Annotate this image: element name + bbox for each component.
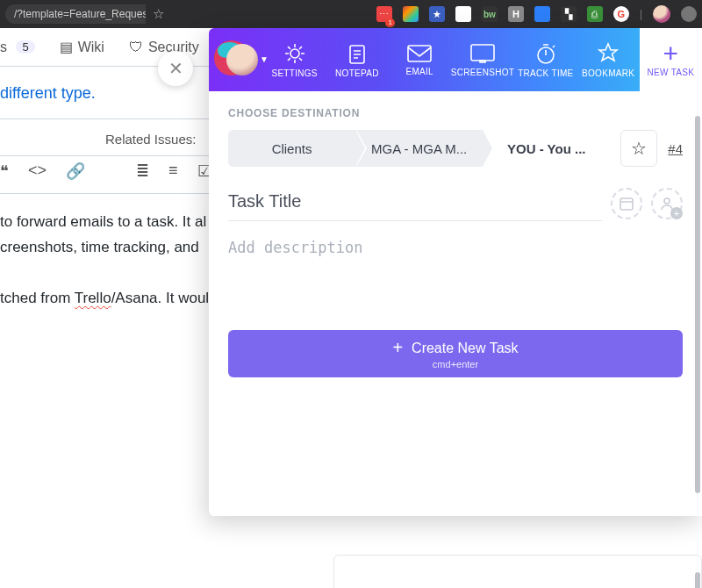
ext-icon-10[interactable]: G [613,6,629,22]
tab-screenshot[interactable]: SCREENSHOT [451,28,514,91]
plus-icon: + [392,338,403,358]
tab-tracktime[interactable]: TRACK TIME [514,28,577,91]
create-task-button[interactable]: +Create New Task cmd+enter [228,330,683,377]
ext-icon-1[interactable]: ⋯1 [376,6,392,22]
ext-icon-6[interactable]: H [508,6,524,22]
link-icon[interactable]: 🔗 [66,161,85,181]
choose-destination-label: CHOOSE DESTINATION [228,107,683,119]
tab-bookmark[interactable]: BOOKMARK [577,28,640,91]
ext-icon-4[interactable]: ✿ [455,6,471,22]
create-label: Create New Task [412,341,519,356]
code-icon[interactable]: <> [28,161,47,181]
destination-breadcrumb[interactable]: Clients MGA - MGA M... YOU - You ... [228,130,610,167]
crumb-list[interactable]: YOU - You ... [483,130,610,167]
email-icon [406,44,433,63]
star-icon [597,42,620,65]
task-number[interactable]: #4 [668,141,683,156]
ol-icon[interactable]: ≡ [168,161,178,181]
crumb-space[interactable]: Clients [228,130,355,167]
url-bar[interactable]: /?template=Feature_Request.md [5,4,146,24]
tab-settings[interactable]: SETTINGS [263,28,326,91]
bookmark-star-icon[interactable]: ☆ [153,6,164,22]
svg-point-0 [290,49,299,58]
due-date-button[interactable] [611,188,642,219]
ul-icon[interactable]: ≣ [136,161,149,181]
tab-newtask[interactable]: + NEW TASK [640,28,702,91]
svg-point-14 [664,198,670,204]
assignee-button[interactable] [651,188,683,219]
svg-line-11 [553,46,555,47]
page-scrollbar[interactable] [695,572,700,588]
person-icon [660,197,674,211]
star-outline-icon: ☆ [631,138,647,159]
calendar-icon [619,196,634,212]
screenshot-icon [469,43,496,64]
trello-word: Trello [75,290,111,306]
ext-icon-8[interactable]: ▚ [561,6,577,22]
svg-rect-5 [408,46,431,61]
ext-badge: 1 [385,18,394,27]
browser-toolbar: /?template=Feature_Request.md ☆ ⋯1 ★ ✿ b… [0,0,702,28]
ext-icon-5[interactable]: bw [482,6,498,22]
ext-icon-9[interactable]: ⎙ [587,6,603,22]
tab-wiki[interactable]: ▤Wiki [60,39,104,55]
ext-icon-2[interactable] [403,6,419,22]
issues-count: 5 [16,40,34,54]
close-icon: ✕ [168,58,183,79]
crumb-folder[interactable]: MGA - MGA M... [355,130,483,167]
chevron-down-icon: ▼ [260,54,269,64]
stopwatch-icon [534,42,557,65]
guest-avatar-icon[interactable] [681,6,697,22]
close-button[interactable]: ✕ [158,51,193,86]
create-shortcut: cmd+enter [433,359,478,369]
svg-rect-6 [471,45,494,61]
svg-rect-7 [480,61,485,62]
clickup-panel: ▼ SETTINGS NOTEPAD EMAIL SCREENSHOT TRAC… [209,28,702,516]
favorite-toggle[interactable]: ☆ [620,130,657,167]
tab-security[interactable]: 🛡Security [129,39,199,55]
task-title-input[interactable] [228,186,602,221]
gear-icon [283,42,306,65]
ext-icon-7[interactable] [534,6,550,22]
quote-icon[interactable]: ❝ [0,161,9,181]
extension-icons: ⋯1 ★ ✿ bw H ▚ ⎙ G | [376,5,697,23]
panel-scrollbar[interactable] [695,116,700,493]
tab-notepad[interactable]: NOTEPAD [326,28,388,91]
tab-email[interactable]: EMAIL [389,28,451,91]
notepad-icon [347,42,368,65]
svg-rect-12 [620,198,633,210]
panel-body: CHOOSE DESTINATION ●●● Clients MGA - MGA… [209,91,702,516]
ext-icon-3[interactable]: ★ [429,6,445,22]
profile-avatar-icon[interactable] [653,5,670,23]
tab-issues[interactable]: s 5 [0,39,35,55]
panel-header: ▼ SETTINGS NOTEPAD EMAIL SCREENSHOT TRAC… [209,28,702,91]
workspace-avatar[interactable]: ▼ [209,28,263,91]
url-text: /?template=Feature_Request.md [14,8,146,20]
plus-icon: + [663,43,679,64]
task-description-input[interactable] [228,226,683,326]
secondary-panel [333,555,702,588]
